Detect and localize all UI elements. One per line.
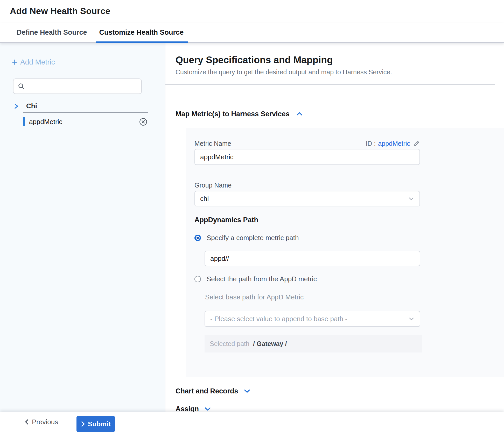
metric-name-label: Metric Name [194, 140, 231, 147]
group-name-label: Group Name [194, 181, 504, 189]
map-metrics-section-title: Map Metric(s) to Harness Services [176, 110, 290, 118]
modal-header: Add New Health Source [0, 0, 504, 22]
group-name-value: chi [200, 195, 209, 203]
tab-customize-health-source[interactable]: Customize Health Source [99, 23, 184, 42]
base-path-select[interactable]: - Please select value to append to base … [205, 311, 420, 327]
page-title: Add New Health Source [10, 6, 110, 16]
metric-search-box [13, 78, 142, 94]
group-name-select[interactable]: chi [194, 191, 420, 206]
appdynamics-path-title: AppDynamics Path [194, 216, 504, 224]
selected-path-label: Selected path [210, 340, 249, 348]
select-path-label: Select the path from the AppD metric [207, 275, 317, 283]
search-input[interactable] [25, 79, 141, 93]
add-metric-label: Add Metric [20, 58, 55, 66]
metric-item-label: appdMetric [29, 118, 139, 126]
complete-path-label: Specify a complete metric path [207, 234, 299, 242]
complete-metric-path-input[interactable] [205, 251, 420, 266]
group-label: Chi [26, 102, 37, 110]
query-specifications-panel: Query Specifications and Mapping Customi… [165, 43, 504, 412]
chevron-left-icon [24, 419, 29, 425]
chevron-down-icon [204, 406, 211, 412]
edit-pencil-icon[interactable] [413, 140, 420, 147]
metric-mapping-card: Metric Name ID : appdMetric Group Nam [186, 128, 504, 377]
assign-title: Assign [176, 405, 199, 412]
panel-divider [165, 84, 495, 85]
chevron-right-icon [81, 421, 85, 427]
selected-path-value: / Gateway / [253, 340, 287, 348]
id-label: ID : [366, 140, 376, 147]
panel-subheading: Customize the query to get the desired o… [176, 68, 504, 76]
sidebar-divider [23, 112, 148, 113]
radio-unselected-icon[interactable] [194, 276, 201, 282]
previous-button[interactable]: Previous [24, 417, 58, 426]
selected-metric-indicator [23, 117, 25, 126]
previous-label: Previous [32, 418, 58, 426]
metrics-sidebar: Add Metric Chi appdMetric [0, 43, 165, 412]
add-metric-button[interactable]: Add Metric [11, 58, 165, 66]
submit-button[interactable]: Submit [76, 416, 115, 432]
chevron-right-icon [14, 103, 19, 110]
chart-and-records-title: Chart and Records [176, 387, 238, 395]
tab-bar: Define Health Source Customize Health So… [0, 23, 504, 43]
submit-label: Submit [88, 420, 111, 428]
sidebar-item-appdmetric[interactable]: appdMetric [23, 117, 148, 126]
plus-icon [11, 59, 18, 66]
radio-select-path[interactable]: Select the path from the AppD metric [194, 276, 504, 282]
search-icon [17, 82, 25, 90]
radio-selected-icon[interactable] [194, 235, 201, 241]
sidebar-group-chi[interactable]: Chi [14, 102, 165, 110]
base-path-placeholder: - Please select value to append to base … [210, 315, 347, 323]
chevron-down-icon [408, 196, 414, 202]
delete-metric-icon[interactable] [139, 118, 147, 126]
id-value-link[interactable]: appdMetric [378, 140, 410, 147]
panel-heading: Query Specifications and Mapping [176, 54, 504, 66]
metric-id-block: ID : appdMetric [366, 140, 420, 147]
tab-define-health-source[interactable]: Define Health Source [17, 23, 87, 42]
metric-name-row: Metric Name ID : appdMetric [194, 140, 420, 147]
base-path-label: Select base path for AppD Metric [205, 294, 504, 300]
metric-name-input[interactable] [194, 149, 420, 165]
chevron-down-icon [243, 388, 251, 394]
assign-toggle[interactable]: Assign [176, 405, 504, 412]
chevron-up-icon [296, 111, 303, 117]
selected-path-bar: Selected path / Gateway / [205, 335, 422, 352]
map-metrics-section-toggle[interactable]: Map Metric(s) to Harness Services [176, 110, 504, 118]
add-health-source-modal: Add New Health Source Define Health Sour… [0, 0, 504, 432]
chart-and-records-toggle[interactable]: Chart and Records [176, 387, 504, 395]
radio-complete-metric-path[interactable]: Specify a complete metric path [194, 235, 504, 241]
modal-body: Add Metric Chi appdMetric [0, 43, 504, 412]
chevron-down-icon [408, 316, 415, 322]
modal-footer: Previous Submit [0, 412, 504, 432]
